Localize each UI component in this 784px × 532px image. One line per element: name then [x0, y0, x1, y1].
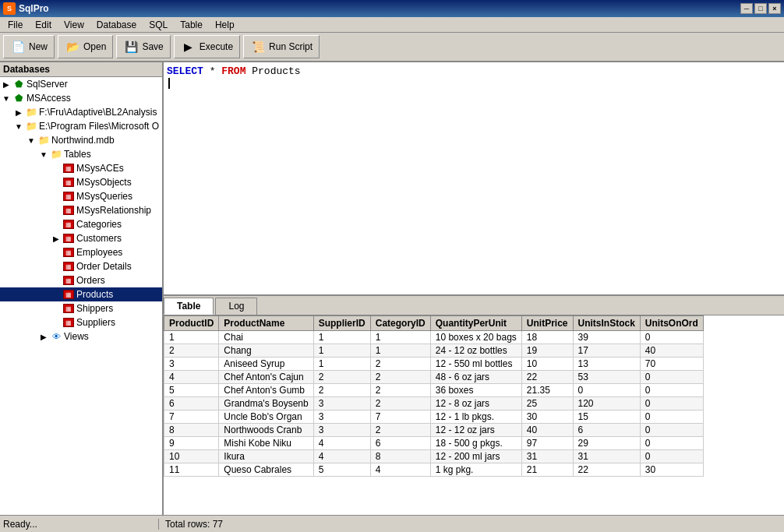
tree-label: SqlServer [26, 79, 68, 90]
table-cell: 40 [521, 424, 573, 437]
menu-item-view[interactable]: View [58, 18, 90, 32]
tree-item-orderdetails[interactable]: ▦Order Details [0, 259, 162, 273]
save-button[interactable]: 💾Save [116, 35, 170, 58]
tree-item-suppliers[interactable]: ▦Suppliers [0, 315, 162, 329]
table-cell: 2 [164, 344, 219, 358]
table-cell: 6 [164, 397, 219, 410]
open-button[interactable]: 📂Open [58, 35, 113, 58]
col-header-quantityperunit: QuantityPerUnit [430, 316, 521, 331]
tree-label: Tables [64, 149, 91, 160]
tab-table[interactable]: Table [164, 298, 214, 315]
table-icon: ▦ [62, 232, 75, 245]
table-cell: 15 [573, 410, 640, 424]
table-cell: 1 [313, 344, 370, 358]
minimize-button[interactable]: ─ [740, 3, 753, 14]
menu-item-edit[interactable]: Edit [29, 18, 58, 32]
execute-button[interactable]: ▶Execute [174, 35, 240, 58]
table-row[interactable]: 8Northwoods Cranb3212 - 12 oz jars4060 [164, 424, 704, 437]
views-icon: 👁 [50, 330, 62, 343]
menu-item-help[interactable]: Help [209, 18, 241, 32]
table-row[interactable]: 6Grandma's Boysenb3212 - 8 oz jars251200 [164, 397, 704, 410]
tree-item-categories[interactable]: ▦Categories [0, 217, 162, 231]
tree-item-northwind[interactable]: ▼📁Northwind.mdb [0, 133, 162, 147]
table-cell: 12 - 200 ml jars [430, 450, 521, 463]
window-controls[interactable]: ─ □ × [740, 3, 781, 14]
menu-item-sql[interactable]: SQL [143, 18, 174, 32]
table-cell: Grandma's Boysenb [219, 397, 313, 410]
tree-item-shippers[interactable]: ▦Shippers [0, 301, 162, 315]
table-cell: 8 [370, 450, 430, 463]
expand-icon[interactable]: ▼ [37, 148, 50, 160]
expand-icon[interactable]: ▼ [25, 134, 37, 146]
tree-item-tables[interactable]: ▼📁Tables [0, 147, 162, 161]
table-cell: 12 - 550 ml bottles [430, 358, 521, 371]
maximize-button[interactable]: □ [754, 3, 767, 14]
table-cell: 1 [370, 344, 430, 358]
tree-item-msysaces[interactable]: ▦MSysACEs [0, 161, 162, 175]
expand-icon[interactable]: ▶ [37, 330, 50, 343]
tree-item-employees[interactable]: ▦Employees [0, 245, 162, 259]
table-cell: 4 [313, 450, 370, 463]
expand-icon[interactable]: ▼ [12, 120, 25, 132]
menu-item-table[interactable]: Table [174, 18, 209, 32]
table-row[interactable]: 4Chef Anton's Cajun2248 - 6 oz jars22530 [164, 371, 704, 384]
table-cell: 5 [164, 384, 219, 397]
tab-bar[interactable]: Table Log [164, 296, 784, 315]
main-layout: Databases ▶⬟SqlServer▼⬟MSAccess▶📁F:\Fru\… [0, 62, 784, 515]
expand-icon[interactable]: ▶ [50, 232, 62, 245]
table-cell: 1 [313, 358, 370, 371]
table-icon: ▦ [62, 176, 75, 188]
sidebar[interactable]: Databases ▶⬟SqlServer▼⬟MSAccess▶📁F:\Fru\… [0, 62, 164, 515]
tree-item-msaccess[interactable]: ▼⬟MSAccess [0, 91, 162, 105]
tab-log[interactable]: Log [215, 298, 257, 315]
table-cell: 53 [573, 371, 640, 384]
table-cell: 7 [164, 410, 219, 424]
database-tree[interactable]: ▶⬟SqlServer▼⬟MSAccess▶📁F:\Fru\Adaptive\B… [0, 77, 162, 344]
table-row[interactable]: 5Chef Anton's Gumb2236 boxes21.3500 [164, 384, 704, 397]
tree-item-eprog[interactable]: ▼📁E:\Program Files\Microsoft O [0, 119, 162, 133]
table-row[interactable]: 7Uncle Bob's Organ3712 - 1 lb pkgs.30150 [164, 410, 704, 424]
tree-item-orders[interactable]: ▦Orders [0, 273, 162, 287]
tree-item-msysqueries[interactable]: ▦MSysQueries [0, 189, 162, 203]
menu-item-database[interactable]: Database [90, 18, 143, 32]
tree-item-sqlserver[interactable]: ▶⬟SqlServer [0, 77, 162, 91]
tree-label: Order Details [76, 261, 132, 272]
table-icon: ▦ [62, 274, 75, 287]
table-row[interactable]: 9Mishi Kobe Niku4618 - 500 g pkgs.97290 [164, 437, 704, 450]
tree-item-msysrelationship[interactable]: ▦MSysRelationship [0, 203, 162, 217]
tree-item-customers[interactable]: ▶▦Customers [0, 231, 162, 245]
table-row[interactable]: 3Aniseed Syrup1212 - 550 ml bottles10137… [164, 358, 704, 371]
tree-label: MSAccess [26, 93, 71, 104]
table-cell: 2 [370, 358, 430, 371]
table-cell: 3 [313, 410, 370, 424]
sql-editor[interactable]: SELECT * FROM Products [164, 62, 784, 296]
expand-icon[interactable]: ▶ [0, 78, 12, 90]
tree-item-products[interactable]: ▦Products [0, 287, 162, 301]
data-panel[interactable]: ProductIDProductNameSupplierIDCategoryID… [164, 315, 784, 515]
table-cell: 22 [573, 463, 640, 477]
table-cell: Chang [219, 344, 313, 358]
table-cell: 17 [573, 344, 640, 358]
table-row[interactable]: 2Chang1124 - 12 oz bottles191740 [164, 344, 704, 358]
run script-button[interactable]: 📜Run Script [243, 35, 320, 58]
table-icon: ▦ [62, 204, 75, 217]
col-header-productname: ProductName [219, 316, 313, 331]
table-cell: 48 - 6 oz jars [430, 371, 521, 384]
open-icon: 📂 [65, 39, 80, 55]
table-row[interactable]: 10Ikura4812 - 200 ml jars31310 [164, 450, 704, 463]
tree-item-views[interactable]: ▶👁Views [0, 329, 162, 344]
menu-item-file[interactable]: File [2, 18, 29, 32]
close-button[interactable]: × [768, 3, 781, 14]
expand-icon[interactable]: ▶ [12, 106, 25, 118]
new-button[interactable]: 📄New [3, 35, 55, 58]
tree-item-fru[interactable]: ▶📁F:\Fru\Adaptive\BL2Analysis [0, 105, 162, 119]
table-cell: 2 [370, 384, 430, 397]
folder-icon: 📁 [50, 148, 62, 160]
table-cell: 7 [370, 410, 430, 424]
tree-item-msysobjects[interactable]: ▦MSysObjects [0, 175, 162, 189]
table-cell: Mishi Kobe Niku [219, 437, 313, 450]
table-row[interactable]: 1Chai1110 boxes x 20 bags18390 [164, 331, 704, 344]
expand-icon[interactable]: ▼ [0, 92, 12, 104]
table-row[interactable]: 11Queso Cabrales541 kg pkg.212230 [164, 463, 704, 477]
tree-label: Northwind.mdb [51, 135, 115, 146]
